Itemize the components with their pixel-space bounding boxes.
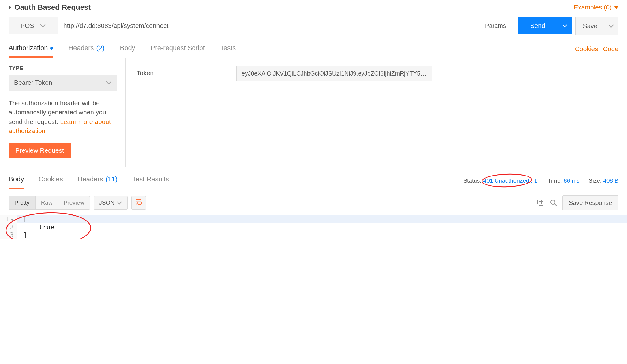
- chevron-down-icon: [41, 24, 46, 27]
- status-value: 401 Unauthorized : 1: [483, 177, 537, 184]
- http-method-value: POST: [21, 22, 38, 29]
- body-view-mode: Pretty Raw Preview: [9, 196, 90, 210]
- examples-label: Examples (0): [574, 4, 612, 11]
- copy-icon: [536, 199, 544, 206]
- code-line: ]: [17, 232, 27, 239]
- auth-type-select[interactable]: Bearer Token: [9, 75, 117, 91]
- tab-body[interactable]: Body: [120, 40, 135, 58]
- modified-dot-icon: [50, 47, 53, 50]
- code-line: true: [17, 224, 54, 231]
- token-label: Token: [137, 66, 154, 77]
- response-status: Status: 401 Unauthorized : 1: [462, 177, 539, 185]
- svg-point-2: [551, 200, 555, 204]
- response-tab-headers[interactable]: Headers (11): [78, 172, 118, 189]
- request-name: Oauth Based Request: [14, 3, 91, 12]
- auth-help-text: The authorization header will be automat…: [9, 98, 117, 136]
- auth-type-value: Bearer Token: [14, 79, 52, 86]
- search-icon: [550, 199, 557, 206]
- copy-response-button[interactable]: [535, 198, 545, 207]
- code-link[interactable]: Code: [603, 45, 618, 53]
- cookies-link[interactable]: Cookies: [575, 45, 598, 53]
- tab-headers[interactable]: Headers (2): [68, 40, 104, 58]
- line-number: 3: [0, 231, 17, 239]
- save-button[interactable]: Save: [576, 17, 605, 35]
- tab-prerequest-script[interactable]: Pre-request Script: [151, 40, 205, 58]
- response-tab-body[interactable]: Body: [9, 172, 24, 189]
- chevron-down-icon: [609, 24, 614, 28]
- line-wrap-toggle[interactable]: [131, 196, 146, 210]
- tab-tests[interactable]: Tests: [220, 40, 236, 58]
- line-number: 1: [0, 215, 17, 223]
- chevron-down-icon: [107, 81, 112, 84]
- line-number: 2: [0, 223, 17, 231]
- auth-type-label: TYPE: [9, 65, 117, 72]
- response-tab-test-results[interactable]: Test Results: [132, 172, 169, 189]
- save-response-button[interactable]: Save Response: [562, 195, 618, 210]
- token-input[interactable]: eyJ0eXAiOiJKV1QiLCJhbGciOiJSUzI1NiJ9.eyJ…: [236, 66, 432, 81]
- chevron-down-icon: [614, 6, 618, 9]
- body-format-select[interactable]: JSON: [94, 196, 128, 210]
- code-line: [: [17, 216, 27, 223]
- preview-request-button[interactable]: Preview Request: [9, 143, 71, 158]
- view-raw[interactable]: Raw: [36, 196, 58, 209]
- chevron-down-icon: [118, 201, 122, 204]
- params-button[interactable]: Params: [477, 17, 514, 34]
- chevron-down-icon: [562, 23, 567, 27]
- search-response-button[interactable]: [549, 198, 558, 207]
- fold-icon[interactable]: [11, 219, 14, 221]
- send-button[interactable]: Send: [518, 17, 558, 34]
- view-preview[interactable]: Preview: [58, 196, 90, 209]
- tab-authorization[interactable]: Authorization: [9, 40, 53, 58]
- response-body-editor[interactable]: 1 [ 2 true 3 ]: [0, 215, 627, 239]
- response-size: Size: 408 B: [589, 177, 618, 184]
- wrap-icon: [135, 199, 142, 205]
- send-options-button[interactable]: [558, 17, 572, 34]
- http-method-select[interactable]: POST: [9, 17, 58, 34]
- svg-rect-0: [537, 200, 541, 204]
- expand-icon[interactable]: [9, 5, 11, 9]
- save-options-button[interactable]: [605, 17, 618, 35]
- examples-dropdown[interactable]: Examples (0): [574, 4, 618, 11]
- url-input[interactable]: [58, 17, 477, 34]
- response-time: Time: 86 ms: [548, 177, 580, 184]
- view-pretty[interactable]: Pretty: [9, 196, 36, 209]
- svg-rect-1: [539, 202, 543, 206]
- response-tab-cookies[interactable]: Cookies: [39, 172, 63, 189]
